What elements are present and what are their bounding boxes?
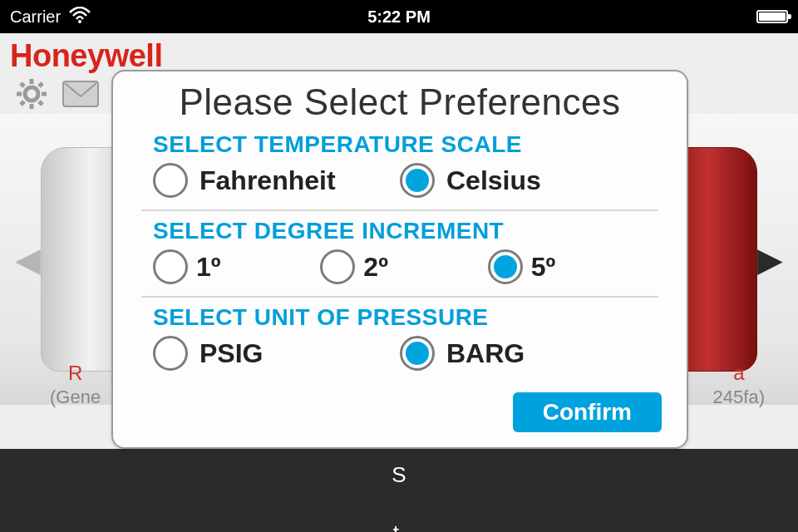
option-fahrenheit[interactable]: Fahrenheit	[153, 163, 400, 198]
option-label: Fahrenheit	[200, 165, 336, 196]
radio-icon	[153, 163, 188, 198]
status-right	[756, 10, 788, 23]
option-barg[interactable]: BARG	[400, 336, 647, 371]
svg-point-0	[78, 20, 81, 23]
option-celsius[interactable]: Celsius	[400, 163, 647, 198]
confirm-button[interactable]: Confirm	[513, 392, 662, 432]
option-1deg[interactable]: 1º	[153, 249, 312, 284]
option-label: BARG	[446, 338, 525, 369]
modal-overlay: Please Select Preferences SELECT TEMPERA…	[0, 33, 798, 532]
section-pressure-label: SELECT UNIT OF PRESSURE	[153, 304, 665, 331]
wifi-icon	[69, 7, 91, 27]
pressure-options: PSIG BARG	[135, 336, 665, 382]
radio-icon	[400, 163, 435, 198]
option-label: Celsius	[446, 165, 541, 196]
carrier-label: Carrier	[10, 7, 61, 27]
status-bar: Carrier 5:22 PM	[0, 0, 798, 33]
temperature-options: Fahrenheit Celsius	[135, 163, 665, 209]
radio-icon	[153, 336, 188, 371]
option-psig[interactable]: PSIG	[153, 336, 400, 371]
status-time: 5:22 PM	[367, 7, 431, 27]
section-increment-label: SELECT DEGREE INCREMENT	[153, 218, 665, 244]
radio-icon	[400, 336, 435, 371]
option-5deg[interactable]: 5º	[488, 249, 647, 284]
status-left: Carrier	[10, 7, 91, 27]
radio-icon	[488, 249, 523, 284]
increment-options: 1º 2º 5º	[135, 249, 665, 296]
confirm-row: Confirm	[135, 392, 665, 432]
option-label: 1º	[196, 252, 220, 283]
option-2deg[interactable]: 2º	[320, 249, 479, 284]
option-label: PSIG	[200, 338, 263, 369]
radio-icon	[153, 249, 188, 284]
section-temperature-label: SELECT TEMPERATURE SCALE	[153, 131, 665, 158]
modal-title: Please Select Preferences	[135, 81, 665, 123]
radio-icon	[320, 249, 355, 284]
divider	[141, 296, 658, 298]
option-label: 5º	[531, 252, 555, 283]
battery-icon	[756, 10, 788, 23]
divider	[141, 209, 658, 211]
option-label: 2º	[363, 252, 387, 283]
preferences-modal: Please Select Preferences SELECT TEMPERA…	[111, 70, 688, 449]
